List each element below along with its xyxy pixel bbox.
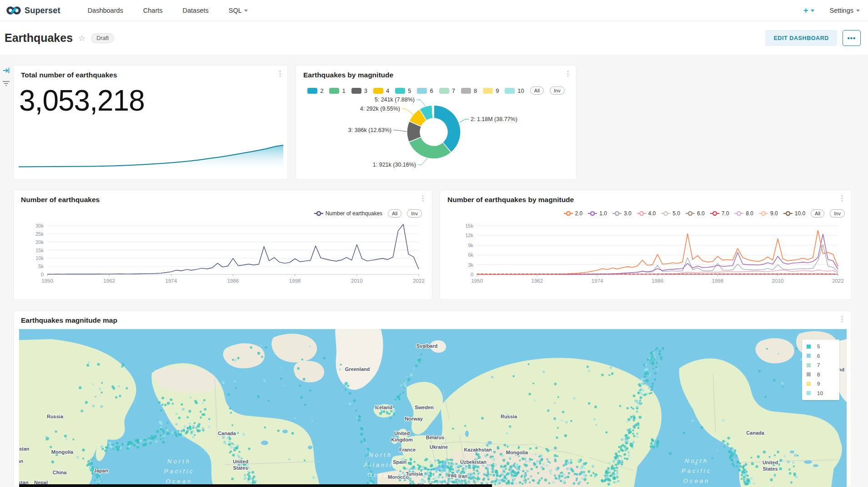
- map-legend-swatch: [807, 363, 811, 367]
- legend-label: 5.0: [672, 210, 680, 217]
- map-label-states: States: [763, 466, 778, 472]
- legend-all-button[interactable]: All: [811, 209, 824, 218]
- ocean-label: Atlantic: [363, 462, 398, 468]
- edit-dashboard-button[interactable]: EDIT DASHBOARD: [765, 30, 837, 46]
- legend-item-magnitude-7[interactable]: 7: [439, 87, 455, 94]
- legend-label: 1.0: [599, 210, 607, 217]
- map-legend-label: 8: [817, 372, 820, 377]
- ocean-label: Pacific: [682, 467, 712, 474]
- kebab-menu-icon[interactable]: ⋮: [276, 70, 284, 77]
- svg-text:20k: 20k: [35, 239, 44, 245]
- legend-item-2.0[interactable]: 2.0: [564, 210, 583, 217]
- kebab-menu-icon[interactable]: ⋮: [838, 315, 846, 323]
- favorite-star-icon[interactable]: ☆: [78, 33, 85, 43]
- legend-label: 9.0: [770, 210, 778, 217]
- legend-item-6.0[interactable]: 6.0: [686, 210, 705, 217]
- legend-label: 10: [517, 87, 524, 94]
- legend-item-magnitude-1[interactable]: 1: [329, 87, 345, 94]
- map-legend-label: 9: [817, 381, 820, 386]
- world-map[interactable]: NorthPacificOceanNorthAtlanticOceanNorth…: [19, 329, 847, 487]
- map-legend-item-8[interactable]: 8: [807, 372, 835, 377]
- chart-card-number-of-earthquakes: Number of earthquakes ⋮ Number of earthq…: [13, 190, 432, 300]
- svg-text:6k: 6k: [468, 252, 473, 258]
- chart-card-magnitude-map: Earthquakes magnitude map ⋮ NorthPacific…: [13, 310, 852, 487]
- legend-all-button[interactable]: All: [530, 86, 544, 95]
- map-legend-item-9[interactable]: 9: [807, 381, 835, 386]
- legend-swatch: [439, 88, 449, 94]
- settings-menu[interactable]: Settings: [830, 7, 860, 14]
- map-label-japan: Japan: [94, 468, 108, 473]
- nav-menu: Dashboards Charts Datasets SQL: [88, 7, 248, 14]
- map-legend-item-5[interactable]: 5: [807, 344, 835, 349]
- legend-item-number-of-earthquakes[interactable]: Number of earthquakes: [314, 210, 382, 217]
- nav-dashboards[interactable]: Dashboards: [88, 7, 123, 14]
- plus-icon: +: [803, 6, 808, 15]
- map-label-united: United: [233, 459, 248, 464]
- ocean-label: North: [369, 451, 392, 458]
- legend-label: 1: [342, 87, 345, 94]
- map-label-uzbekistan: Uzbekistan: [460, 459, 487, 465]
- series-marker-icon: [637, 211, 646, 216]
- ocean-label: Pacific: [164, 468, 194, 475]
- chevron-down-icon: [244, 10, 248, 12]
- legend-inv-button[interactable]: Inv: [830, 209, 845, 218]
- svg-text:2022: 2022: [832, 278, 844, 284]
- svg-text:1986: 1986: [652, 278, 663, 284]
- nav-datasets[interactable]: Datasets: [183, 7, 209, 14]
- superset-infinity-icon: [6, 5, 21, 15]
- legend-inv-button[interactable]: Inv: [550, 86, 565, 95]
- legend-item-1.0[interactable]: 1.0: [588, 210, 607, 217]
- legend-label: 9: [496, 87, 499, 94]
- superset-logo[interactable]: Superset: [6, 5, 60, 15]
- legend-inv-button[interactable]: Inv: [407, 209, 422, 218]
- map-legend-item-6[interactable]: 6: [807, 353, 835, 359]
- superset-dashboard: Superset Dashboards Charts Datasets SQL …: [0, 0, 868, 487]
- legend-item-magnitude-4[interactable]: 4: [373, 87, 389, 94]
- kebab-menu-icon[interactable]: ⋮: [564, 70, 572, 77]
- more-options-button[interactable]: •••: [843, 30, 861, 46]
- map-legend-swatch: [807, 345, 811, 349]
- map-legend-item-7[interactable]: 7: [807, 362, 835, 368]
- kebab-menu-icon[interactable]: ⋮: [838, 195, 846, 202]
- legend-item-7.0[interactable]: 7.0: [710, 210, 729, 217]
- kebab-menu-icon[interactable]: ⋮: [419, 195, 426, 202]
- legend-item-10.0[interactable]: 10.0: [783, 210, 805, 217]
- new-item-button[interactable]: +: [803, 6, 814, 15]
- map-label-iraq: Iraq: [447, 472, 457, 478]
- filter-icon[interactable]: [2, 80, 10, 89]
- nav-charts[interactable]: Charts: [143, 7, 163, 14]
- map-legend-swatch: [807, 391, 811, 395]
- legend-item-4.0[interactable]: 4.0: [637, 210, 656, 217]
- chart-title: Earthquakes magnitude map: [21, 316, 117, 325]
- legend-label: 6: [430, 87, 433, 94]
- legend-item-magnitude-2[interactable]: 2: [307, 87, 323, 94]
- legend-swatch: [461, 88, 471, 94]
- legend-item-magnitude-5[interactable]: 5: [395, 87, 411, 94]
- trendline-chart: [19, 141, 283, 172]
- legend-item-5.0[interactable]: 5.0: [661, 210, 680, 217]
- legend-item-3.0[interactable]: 3.0: [612, 210, 632, 217]
- map-label-norway: Norway: [405, 416, 423, 421]
- series-marker-icon: [759, 211, 768, 216]
- svg-text:12k: 12k: [465, 233, 473, 238]
- legend-item-magnitude-3[interactable]: 3: [351, 87, 367, 94]
- map-legend-item-10[interactable]: 10: [807, 391, 835, 396]
- expand-filter-bar-icon[interactable]: [3, 67, 10, 76]
- legend-label: 8.0: [746, 210, 753, 217]
- chevron-down-icon: [856, 10, 860, 12]
- legend-label: 10.0: [795, 210, 805, 217]
- legend-item-8.0[interactable]: 8.0: [734, 210, 753, 217]
- series-marker-icon: [734, 211, 743, 216]
- big-number-value: 3,053,218: [19, 84, 145, 117]
- legend-item-magnitude-8[interactable]: 8: [461, 87, 477, 94]
- legend-item-magnitude-9[interactable]: 9: [483, 87, 499, 94]
- dashboard-header: Earthquakes ☆ Draft EDIT DASHBOARD •••: [0, 21, 868, 55]
- legend-item-magnitude-10[interactable]: 10: [505, 87, 524, 94]
- map-label-sweden: Sweden: [415, 405, 434, 410]
- legend-item-9.0[interactable]: 9.0: [759, 210, 778, 217]
- navbar: Superset Dashboards Charts Datasets SQL …: [0, 0, 868, 21]
- legend-item-magnitude-6[interactable]: 6: [417, 87, 433, 94]
- legend-all-button[interactable]: All: [388, 209, 401, 218]
- legend-swatch: [505, 88, 515, 94]
- nav-sql[interactable]: SQL: [229, 7, 248, 14]
